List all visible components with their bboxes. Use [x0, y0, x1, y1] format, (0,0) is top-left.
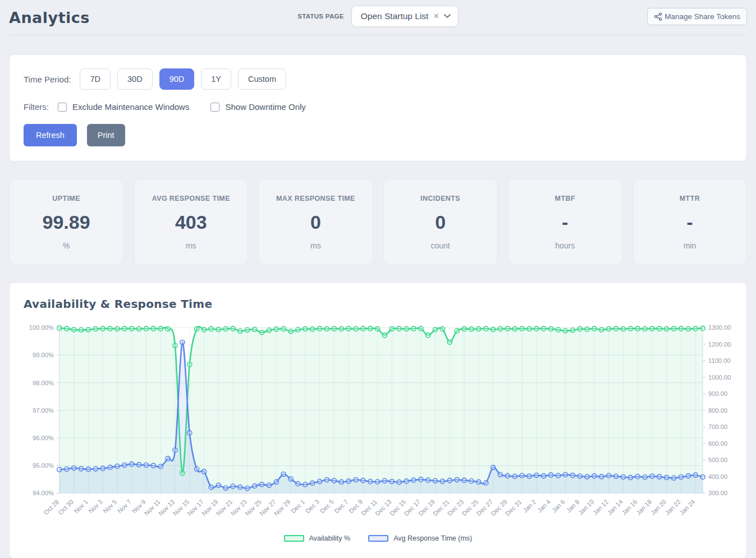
manage-share-tokens-button[interactable]: Manage Share Tokens [647, 8, 747, 25]
svg-text:600.00: 600.00 [708, 440, 727, 447]
svg-text:95.00%: 95.00% [33, 462, 54, 469]
print-button[interactable]: Print [87, 124, 125, 146]
filter-panel: Time Period: 7D 30D 90D 1Y Custom Filter… [9, 54, 747, 162]
svg-text:1200.00: 1200.00 [708, 341, 731, 348]
stat-value: 403 [139, 211, 243, 233]
stat-card-mtbf: MTBF - hours [508, 179, 622, 265]
stat-unit: ms [139, 241, 243, 250]
svg-text:500.00: 500.00 [708, 456, 727, 463]
stat-value: 0 [388, 211, 493, 233]
share-icon [654, 12, 662, 21]
clear-selection-icon[interactable]: × [433, 12, 438, 21]
exclude-maintenance-group: Exclude Maintenance Windows [58, 102, 189, 112]
stat-unit: count [388, 241, 493, 250]
header-left: Analytics [9, 7, 297, 26]
svg-text:Jan 2: Jan 2 [521, 498, 537, 514]
status-page-group: STATUS PAGE Open Startup List × [297, 6, 459, 27]
svg-text:Jan 4: Jan 4 [536, 498, 552, 514]
exclude-maintenance-checkbox[interactable] [58, 103, 67, 112]
svg-text:Nov 29: Nov 29 [273, 498, 292, 517]
show-downtime-label: Show Downtime Only [225, 102, 305, 112]
availability-response-chart: 100.00%99.00%98.00%97.00%96.00%95.00%94.… [24, 320, 732, 533]
svg-text:800.00: 800.00 [708, 407, 727, 414]
stat-unit: hours [513, 241, 617, 250]
svg-text:700.00: 700.00 [708, 423, 727, 430]
svg-text:400.00: 400.00 [708, 473, 727, 480]
stat-value: - [638, 211, 742, 233]
svg-text:98.00%: 98.00% [33, 380, 54, 386]
time-period-button-30d[interactable]: 30D [117, 68, 153, 90]
legend-label-availability: Availability % [309, 534, 350, 542]
svg-text:1300.00: 1300.00 [708, 324, 731, 331]
svg-text:Nov 7: Nov 7 [116, 498, 132, 514]
stat-unit: min [638, 241, 742, 250]
svg-text:Dec 3: Dec 3 [304, 498, 320, 514]
time-period-row: Time Period: 7D 30D 90D 1Y Custom [24, 68, 732, 90]
status-page-select[interactable]: Open Startup List × [351, 6, 459, 27]
time-period-label: Time Period: [24, 75, 71, 84]
exclude-maintenance-label: Exclude Maintenance Windows [72, 102, 189, 112]
stat-value: 0 [263, 211, 368, 233]
stat-card-avg-response-time: AVG RESPONSE TIME 403 ms [134, 179, 248, 265]
stat-label: MTTR [638, 195, 742, 202]
svg-text:Jan 20: Jan 20 [649, 498, 667, 516]
svg-text:Jan 18: Jan 18 [635, 498, 653, 516]
stat-value: 99.89 [14, 211, 118, 233]
refresh-button[interactable]: Refresh [24, 124, 77, 146]
svg-text:Oct 30: Oct 30 [57, 498, 75, 516]
svg-text:300.00: 300.00 [708, 490, 727, 496]
svg-text:100.00%: 100.00% [29, 324, 54, 331]
time-period-button-1y[interactable]: 1Y [201, 68, 231, 90]
svg-text:Dec 1: Dec 1 [290, 498, 306, 514]
stat-label: MAX RESPONSE TIME [263, 195, 368, 202]
chart-legend: Availability % Avg Response Time (ms) [24, 533, 732, 545]
svg-text:Dec 7: Dec 7 [333, 498, 349, 514]
show-downtime-group: Show Downtime Only [210, 102, 305, 112]
svg-text:Nov 5: Nov 5 [102, 498, 118, 514]
page-title: Analytics [9, 9, 297, 26]
stat-card-uptime: UPTIME 99.89 % [9, 179, 123, 265]
analytics-page: Analytics STATUS PAGE Open Startup List … [0, 0, 756, 558]
stat-card-incidents: INCIDENTS 0 count [383, 179, 498, 265]
stat-unit: ms [263, 241, 368, 250]
svg-text:96.00%: 96.00% [33, 435, 54, 441]
svg-text:Oct 28: Oct 28 [43, 498, 61, 516]
svg-text:Jan 6: Jan 6 [551, 498, 566, 514]
header-divider [9, 35, 747, 35]
svg-text:Jan 10: Jan 10 [577, 498, 595, 516]
svg-text:Nov 1: Nov 1 [73, 498, 89, 514]
stat-value: - [513, 211, 617, 233]
legend-swatch-response-time[interactable] [368, 535, 388, 542]
svg-text:1000.00: 1000.00 [708, 374, 731, 381]
svg-text:97.00%: 97.00% [33, 407, 54, 414]
header: Analytics STATUS PAGE Open Startup List … [9, 0, 747, 34]
time-period-button-90d[interactable]: 90D [159, 68, 195, 90]
actions-row: Refresh Print [24, 124, 732, 146]
filters-label: Filters: [24, 102, 49, 112]
chart-title: Availability & Response Time [24, 297, 732, 311]
svg-text:Jan 24: Jan 24 [678, 498, 696, 516]
svg-text:Jan 14: Jan 14 [606, 498, 624, 516]
show-downtime-checkbox[interactable] [210, 103, 219, 112]
svg-text:99.00%: 99.00% [33, 352, 54, 358]
svg-text:Jan 12: Jan 12 [592, 498, 610, 516]
svg-text:Jan 22: Jan 22 [664, 498, 682, 516]
legend-swatch-availability[interactable] [284, 535, 304, 542]
header-right: Manage Share Tokens [459, 8, 747, 25]
chart-panel: Availability & Response Time 100.00%99.0… [9, 282, 747, 558]
stats-row: UPTIME 99.89 % AVG RESPONSE TIME 403 ms … [9, 179, 747, 265]
legend-label-response-time: Avg Response Time (ms) [393, 534, 472, 542]
stat-unit: % [14, 241, 118, 250]
stat-label: UPTIME [14, 195, 118, 202]
svg-text:94.00%: 94.00% [33, 490, 54, 496]
time-period-button-custom[interactable]: Custom [238, 68, 286, 90]
svg-text:Dec 31: Dec 31 [504, 498, 523, 517]
chevron-down-icon [444, 14, 451, 19]
status-page-selected-value: Open Startup List [361, 11, 429, 21]
svg-text:Nov 3: Nov 3 [87, 498, 103, 514]
time-period-button-7d[interactable]: 7D [80, 68, 111, 90]
svg-text:Dec 5: Dec 5 [319, 498, 335, 514]
svg-text:Jan 16: Jan 16 [620, 498, 638, 516]
status-page-label: STATUS PAGE [297, 13, 344, 20]
svg-text:900.00: 900.00 [708, 390, 727, 397]
